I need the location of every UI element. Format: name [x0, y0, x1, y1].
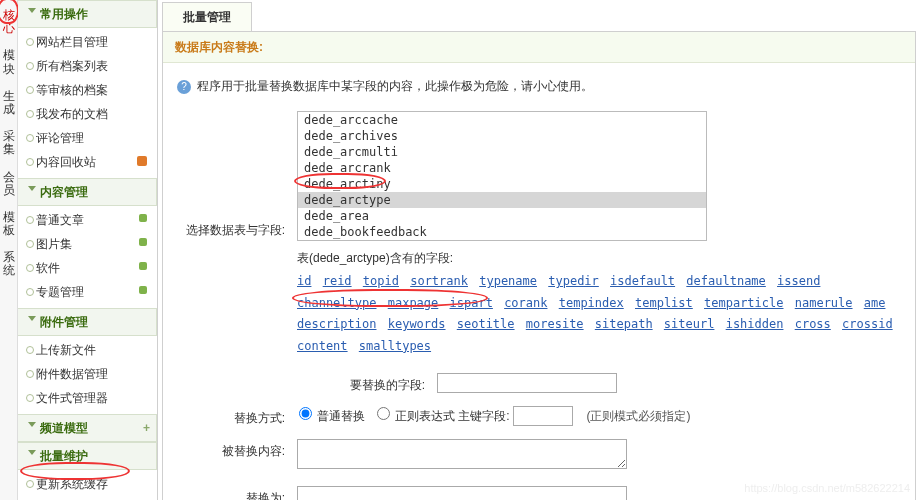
nav-file-manager[interactable]: 文件式管理器	[18, 386, 157, 410]
label-mode: 替换方式:	[177, 406, 297, 427]
field-link-isdefault[interactable]: isdefault	[610, 274, 675, 288]
nav-article[interactable]: 普通文章	[18, 208, 157, 232]
field-link-channeltype[interactable]: channeltype	[297, 296, 376, 310]
vmenu-template[interactable]: 模板	[0, 204, 17, 244]
field-link-siteurl[interactable]: siteurl	[664, 317, 715, 331]
field-input[interactable]	[437, 373, 617, 393]
section-content[interactable]: 内容管理	[18, 178, 157, 206]
mode-normal-label: 普通替换	[317, 409, 365, 423]
section-batch[interactable]: 批量维护	[18, 442, 157, 470]
nav-attach-data[interactable]: 附件数据管理	[18, 362, 157, 386]
from-input[interactable]	[297, 439, 627, 469]
mode-regex-radio[interactable]	[377, 407, 390, 420]
panel-title: 数据库内容替换:	[163, 32, 915, 63]
nav-software[interactable]: 软件	[18, 256, 157, 280]
section-common[interactable]: 常用操作	[18, 0, 157, 28]
nav-comments[interactable]: 评论管理	[18, 126, 157, 150]
vmenu-generate[interactable]: 生成	[0, 83, 17, 123]
section-attach[interactable]: 附件管理	[18, 308, 157, 336]
label-field: 要替换的字段:	[177, 373, 437, 394]
field-link-sitepath[interactable]: sitepath	[595, 317, 653, 331]
nav-my-docs[interactable]: 我发布的文档	[18, 102, 157, 126]
nav-upload[interactable]: 上传新文件	[18, 338, 157, 362]
nav-cache[interactable]: 更新系统缓存	[18, 472, 157, 496]
field-link-sortrank[interactable]: sortrank	[410, 274, 468, 288]
field-link-tempindex[interactable]: tempindex	[559, 296, 624, 310]
label-from: 被替换内容:	[177, 439, 297, 460]
nav-topic[interactable]: 专题管理	[18, 280, 157, 304]
field-link-corank[interactable]: corank	[504, 296, 547, 310]
label-to: 替换为:	[177, 486, 297, 500]
field-link-reid[interactable]: reid	[323, 274, 352, 288]
section-channel[interactable]: 频道模型+	[18, 414, 157, 442]
vmenu-module[interactable]: 模块	[0, 42, 17, 82]
nav-pending[interactable]: 等审核的档案	[18, 78, 157, 102]
field-link-keywords[interactable]: keywords	[388, 317, 446, 331]
vmenu-core[interactable]: 核心	[0, 2, 17, 42]
field-link-moresite[interactable]: moresite	[526, 317, 584, 331]
field-link-crossid[interactable]: crossid	[842, 317, 893, 331]
nav-recycle[interactable]: 内容回收站	[18, 150, 157, 174]
field-link-temparticle[interactable]: temparticle	[704, 296, 783, 310]
warning-note: 程序用于批量替换数据库中某字段的内容，此操作极为危险，请小心使用。	[177, 73, 901, 105]
fields-list: id reid topid sortrank typename typedir …	[297, 267, 897, 361]
nav-all-archives[interactable]: 所有档案列表	[18, 54, 157, 78]
vmenu-collect[interactable]: 采集	[0, 123, 17, 163]
field-link-defaultname[interactable]: defaultname	[686, 274, 765, 288]
vmenu-member[interactable]: 会员	[0, 164, 17, 204]
nav-images[interactable]: 图片集	[18, 232, 157, 256]
main-content: 批量管理 数据库内容替换: 程序用于批量替换数据库中某字段的内容，此操作极为危险…	[158, 0, 920, 500]
field-link-description[interactable]: description	[297, 317, 376, 331]
field-link-seotitle[interactable]: seotitle	[457, 317, 515, 331]
field-link-maxpage[interactable]: maxpage	[388, 296, 439, 310]
table-listbox[interactable]: dede_arccache dede_archives dede_arcmult…	[297, 111, 707, 241]
field-link-ispart[interactable]: ispart	[450, 296, 493, 310]
field-link-content[interactable]: content	[297, 339, 348, 353]
mode-note: (正则模式必须指定)	[586, 409, 690, 423]
field-link-namerule[interactable]: namerule	[795, 296, 853, 310]
nav-doc-batch[interactable]: 文档批量维护	[18, 496, 157, 500]
field-link-typedir[interactable]: typedir	[548, 274, 599, 288]
fields-title: 表(dede_arctype)含有的字段:	[297, 241, 901, 267]
label-table: 选择数据表与字段:	[177, 111, 297, 239]
field-link-ishidden[interactable]: ishidden	[726, 317, 784, 331]
pk-input[interactable]	[513, 406, 573, 426]
vmenu-system[interactable]: 系统	[0, 244, 17, 284]
field-link-cross[interactable]: cross	[795, 317, 831, 331]
to-input[interactable]	[297, 486, 627, 500]
field-link-issend[interactable]: issend	[777, 274, 820, 288]
field-link-topid[interactable]: topid	[363, 274, 399, 288]
field-link-ame[interactable]: ame	[864, 296, 886, 310]
field-link-templist[interactable]: templist	[635, 296, 693, 310]
mode-regex-label: 正则表达式 主键字段:	[395, 409, 510, 423]
mode-normal-radio[interactable]	[299, 407, 312, 420]
field-link-id[interactable]: id	[297, 274, 311, 288]
watermark: https://blog.csdn.net/m582622214	[744, 480, 910, 497]
tab-batch[interactable]: 批量管理	[162, 2, 252, 31]
field-link-smalltypes[interactable]: smalltypes	[359, 339, 431, 353]
vertical-menu: 核心 模块 生成 采集 会员 模板 系统	[0, 0, 18, 500]
field-link-typename[interactable]: typename	[479, 274, 537, 288]
nav-column-manage[interactable]: 网站栏目管理	[18, 30, 157, 54]
sidebar: 常用操作 网站栏目管理 所有档案列表 等审核的档案 我发布的文档 评论管理 内容…	[18, 0, 158, 500]
